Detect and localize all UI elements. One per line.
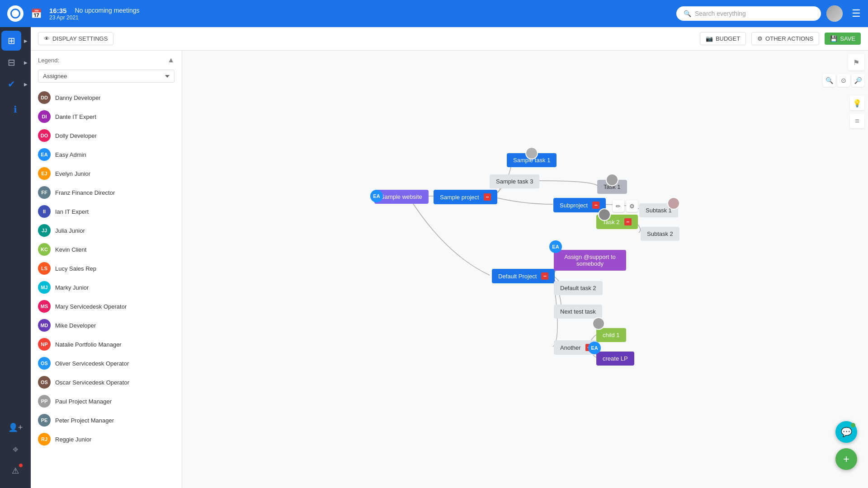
hierarchy-icon[interactable]: ⊟	[1, 52, 21, 72]
legend-item[interactable]: MSMary Servicedesk Operator	[31, 297, 182, 316]
save-button[interactable]: 💾 SAVE	[825, 33, 861, 45]
right-actions: 💡 ≡	[850, 96, 864, 128]
legend-item[interactable]: NPNatalie Portfolio Manager	[31, 335, 182, 354]
legend-item[interactable]: DDDanny Developer	[31, 88, 182, 107]
add-user-icon[interactable]: 👤+	[5, 418, 25, 437]
legend-item[interactable]: DODolly Developer	[31, 126, 182, 145]
subproject-node[interactable]: Subproject −	[553, 198, 606, 212]
next-test-task-node[interactable]: Next test task	[554, 305, 602, 319]
legend-item-label: Kevin Client	[55, 246, 86, 253]
edit-pencil-icon[interactable]: ✏	[613, 200, 624, 212]
sample-task-1-node[interactable]: Sample task 1	[507, 153, 557, 167]
sidebar-item-hierarchy[interactable]: ⊟ ▶	[0, 52, 31, 72]
task2-minus[interactable]: −	[624, 218, 632, 225]
legend-item-label: Oscar Servicedesk Operator	[55, 379, 129, 386]
legend-item-label: Dante IT Expert	[55, 113, 96, 120]
legend-item[interactable]: MDMike Developer	[31, 316, 182, 335]
tasks-icon[interactable]: ✔	[1, 74, 21, 94]
calendar-icon: 📅	[31, 8, 42, 19]
zoom-in-button[interactable]: 🔍	[823, 74, 835, 87]
legend-item-label: Natalie Portfolio Manager	[55, 341, 122, 348]
alert-icon[interactable]: ⚠	[5, 461, 25, 481]
mindmap-canvas[interactable]: EA Sample website Sample project − Sampl…	[182, 51, 868, 488]
display-settings-button[interactable]: 👁 DISPLAY SETTINGS	[38, 32, 113, 45]
edit-settings-icon[interactable]: ⚙	[626, 200, 638, 212]
chat-fab-button[interactable]: 💬	[835, 421, 857, 443]
legend-item[interactable]: DIDante IT Expert	[31, 107, 182, 126]
legend-item[interactable]: LSLucy Sales Rep	[31, 259, 182, 278]
camera-icon: 📷	[706, 35, 713, 42]
legend-item[interactable]: EJEvelyn Junior	[31, 164, 182, 183]
task1-avatar	[525, 147, 538, 160]
legend-item[interactable]: FFFranz Finance Director	[31, 183, 182, 202]
legend-item[interactable]: OSOliver Servicedesk Operator	[31, 354, 182, 373]
bulb-button[interactable]: 💡	[850, 96, 864, 110]
subproject-minus[interactable]: −	[592, 202, 599, 209]
search-placeholder: Search everything	[695, 10, 746, 17]
flag-button[interactable]: ⚑	[848, 54, 864, 70]
zoom-out-button[interactable]: 🔍	[852, 74, 864, 87]
legend-item[interactable]: KCKevin Client	[31, 240, 182, 259]
topbar: 📅 16:35 No upcoming meetings 23 Apr 2021…	[0, 0, 868, 27]
legend-item[interactable]: IIIan IT Expert	[31, 202, 182, 221]
info-icon[interactable]: ℹ	[5, 99, 25, 119]
expand-icon[interactable]: ▶	[22, 37, 29, 44]
legend-item-label: Reggie Junior	[55, 436, 91, 443]
ea-badge-default: EA	[549, 240, 562, 253]
sample-project-node[interactable]: Sample project −	[434, 190, 497, 204]
legend-item[interactable]: EAEasy Admin	[31, 145, 182, 164]
legend-item-label: Ian IT Expert	[55, 208, 89, 215]
legend-item[interactable]: OSOscar Servicedesk Operator	[31, 373, 182, 392]
topbar-info: 16:35 No upcoming meetings 23 Apr 2021	[49, 7, 140, 21]
legend-item-label: Marky Junior	[55, 284, 89, 291]
list-view-button[interactable]: ≡	[850, 114, 864, 128]
task-2-node[interactable]: ✏ ⚙ Task 2 −	[596, 215, 638, 229]
legend-select-wrapper[interactable]: Assignee	[38, 70, 175, 83]
expand-icon-3[interactable]: ▶	[22, 80, 29, 88]
sign-in-icon[interactable]: ⎆	[5, 439, 25, 459]
main-content: Legend: ▲ Assignee DDDanny DeveloperDIDa…	[31, 51, 868, 488]
child-1-node[interactable]: child 1	[596, 328, 626, 342]
menu-icon[interactable]: ☰	[852, 8, 861, 19]
ea-badge-another: EA	[588, 342, 601, 354]
grid-icon[interactable]: ⊞	[1, 31, 21, 51]
legend-item[interactable]: MJMarky Junior	[31, 278, 182, 297]
legend-collapse-button[interactable]: ▲	[167, 56, 175, 64]
user-avatar[interactable]	[826, 5, 843, 22]
subtask-1-node[interactable]: Subtask 1	[639, 203, 678, 217]
add-fab-button[interactable]: +	[835, 448, 857, 470]
task2-avatar	[598, 208, 611, 221]
legend-item[interactable]: JJJulia Junior	[31, 221, 182, 240]
legend-item-label: Mary Servicedesk Operator	[55, 303, 127, 310]
sample-project-minus[interactable]: −	[484, 193, 491, 201]
gear-icon: ⚙	[757, 35, 763, 42]
main-layout: ⊞ ▶ ⊟ ▶ ✔ ▶ ℹ 👤+ ⎆ ⚠ 👁 DISPLAY SETTINGS	[0, 27, 868, 488]
content-area: 👁 DISPLAY SETTINGS 📷 BUDGET ⚙ OTHER ACTI…	[31, 27, 868, 488]
sidebar-item-grid[interactable]: ⊞ ▶	[0, 31, 31, 51]
sidebar-item-tasks[interactable]: ✔ ▶	[0, 74, 31, 94]
default-project-node[interactable]: Default Project −	[492, 269, 555, 283]
default-task-2-node[interactable]: Default task 2	[554, 281, 603, 295]
legend-item-label: Evelyn Junior	[55, 170, 90, 177]
legend-item[interactable]: PEPeter Project Manager	[31, 411, 182, 430]
task-1-node[interactable]: Task 1	[597, 180, 627, 194]
zoom-reset-button[interactable]: ⊙	[837, 74, 850, 87]
legend-title: Legend:	[38, 57, 59, 64]
legend-item-label: Mike Developer	[55, 322, 96, 329]
save-icon: 💾	[830, 35, 837, 42]
create-lp-node[interactable]: create LP	[596, 352, 634, 366]
legend-item-label: Oliver Servicedesk Operator	[55, 360, 129, 367]
legend-item[interactable]: RJReggie Junior	[31, 430, 182, 449]
legend-assignee-select[interactable]: Assignee	[38, 70, 175, 83]
app-logo[interactable]	[7, 5, 24, 22]
sample-task-3-node[interactable]: Sample task 3	[490, 174, 539, 188]
legend-item[interactable]: PPPaul Project Manager	[31, 392, 182, 411]
search-bar[interactable]: 🔍 Search everything	[676, 6, 821, 21]
budget-button[interactable]: 📷 BUDGET	[700, 32, 746, 45]
expand-icon-2[interactable]: ▶	[22, 59, 29, 66]
search-icon: 🔍	[684, 10, 691, 17]
subtask-2-node[interactable]: Subtask 2	[641, 227, 679, 241]
other-actions-button[interactable]: ⚙ OTHER ACTIONS	[751, 32, 819, 45]
default-project-minus[interactable]: −	[541, 272, 548, 280]
assign-support-node[interactable]: Assign @support to somebody	[554, 250, 626, 271]
